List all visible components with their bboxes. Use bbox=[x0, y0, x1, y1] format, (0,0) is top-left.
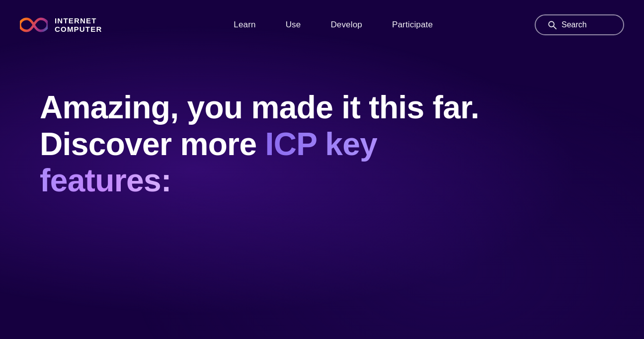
hero-section: Amazing, you made it this far. Discover … bbox=[40, 89, 487, 199]
hero-line2: Discover more ICP key features: bbox=[40, 126, 487, 199]
svg-line-1 bbox=[554, 26, 556, 29]
nav-develop[interactable]: Develop bbox=[330, 20, 362, 30]
logo-text: INTERNET COMPUTER bbox=[55, 16, 102, 34]
logo-line2: COMPUTER bbox=[55, 25, 102, 33]
nav-use[interactable]: Use bbox=[286, 20, 301, 30]
hero-line2-prefix: Discover more bbox=[40, 126, 265, 162]
main-nav: Learn Use Develop Participate bbox=[234, 20, 433, 30]
infinity-icon bbox=[20, 15, 48, 35]
search-area: Search bbox=[535, 14, 624, 35]
nav-learn[interactable]: Learn bbox=[234, 20, 255, 30]
search-icon bbox=[548, 20, 557, 29]
svg-point-0 bbox=[549, 21, 554, 27]
main-content: Amazing, you made it this far. Discover … bbox=[0, 50, 644, 199]
search-label: Search bbox=[562, 20, 587, 29]
header: INTERNET COMPUTER Learn Use Develop Part… bbox=[0, 0, 644, 50]
logo[interactable]: INTERNET COMPUTER bbox=[20, 15, 102, 35]
logo-line1: INTERNET bbox=[55, 16, 102, 25]
search-button[interactable]: Search bbox=[535, 14, 624, 35]
hero-line1: Amazing, you made it this far. bbox=[40, 89, 487, 126]
nav-participate[interactable]: Participate bbox=[392, 20, 433, 30]
